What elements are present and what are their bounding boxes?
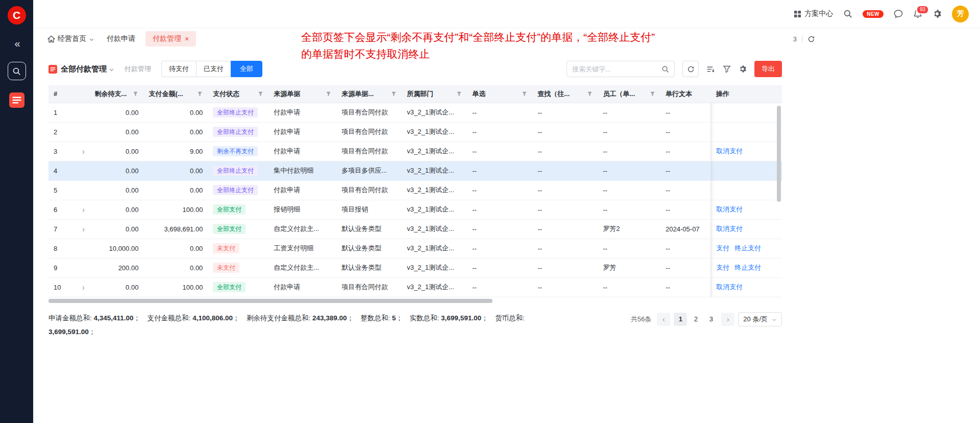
- nav-tab-付款管理[interactable]: 付款管理×: [145, 31, 196, 46]
- table-row[interactable]: 9200.000.00未支付自定义付款主...默认业务类型v3_2_1测试企..…: [48, 258, 782, 277]
- operation-link-终止支付[interactable]: 终止支付: [734, 244, 761, 252]
- filter-icon[interactable]: [522, 91, 527, 97]
- filter-icon[interactable]: [456, 91, 462, 97]
- search-box[interactable]: [567, 61, 675, 77]
- table-row[interactable]: 810,000.000.00未支付工资支付明细默认业务类型v3_2_1测试企..…: [48, 239, 782, 258]
- column-header-8[interactable]: 查找（往...: [532, 85, 598, 103]
- column-header-6[interactable]: 所属部门: [402, 85, 467, 103]
- scheme-center-button[interactable]: 方案中心: [794, 9, 833, 18]
- cell-source-type: 默认业务类型: [336, 239, 402, 258]
- operation-link-取消支付[interactable]: 取消支付: [716, 283, 743, 291]
- avatar[interactable]: 芳: [952, 6, 969, 22]
- refresh-button[interactable]: [682, 61, 699, 77]
- table-row[interactable]: 40.000.00全部终止支付集中付款明细多项目多供应...v3_2_1测试企.…: [48, 161, 782, 180]
- close-icon[interactable]: ×: [185, 35, 189, 42]
- table-row[interactable]: 3›0.009.00剩余不再支付付款申请项目有合同付款v3_2_1测试企...-…: [48, 142, 782, 161]
- column-header-9[interactable]: 员工（单...: [598, 85, 660, 103]
- cell-row-number: 2: [48, 122, 90, 142]
- export-button[interactable]: 导出: [754, 61, 782, 77]
- app-logo[interactable]: C: [8, 6, 26, 25]
- breadcrumb-home[interactable]: 经营首页: [47, 34, 94, 43]
- cell-row-number: 8: [48, 239, 90, 258]
- cell-department: v3_2_1测试企...: [402, 239, 467, 258]
- filter-icon[interactable]: [391, 91, 397, 97]
- cell-operations: [711, 122, 782, 142]
- operation-link-支付[interactable]: 支付: [716, 244, 729, 252]
- sort-columns-icon[interactable]: [706, 65, 715, 74]
- row-number: 6: [54, 206, 57, 214]
- operation-link-支付[interactable]: 支付: [716, 264, 729, 271]
- cell-operations: 支付终止支付: [711, 258, 782, 277]
- operation-link-终止支付[interactable]: 终止支付: [734, 264, 761, 271]
- filter-icon[interactable]: [650, 91, 655, 97]
- cell-radio: --: [467, 239, 532, 258]
- expand-row-icon[interactable]: ›: [82, 204, 84, 215]
- column-header-3[interactable]: 支付状态: [208, 85, 268, 103]
- expand-row-icon[interactable]: ›: [82, 224, 84, 234]
- column-header-11[interactable]: 操作: [711, 85, 782, 103]
- table-settings-gear-icon[interactable]: [739, 65, 747, 73]
- scheme-center-label: 方案中心: [804, 9, 833, 18]
- cell-department: v3_2_1测试企...: [402, 142, 467, 161]
- page-size-select[interactable]: 20 条/页: [738, 312, 782, 326]
- column-header-4[interactable]: 来源单据: [268, 85, 336, 103]
- column-label: 支付金额(...: [149, 89, 183, 99]
- table-row[interactable]: 10.000.00全部终止支付付款申请项目有合同付款v3_2_1测试企...--…: [48, 103, 782, 122]
- column-header-1[interactable]: 剩余待支...: [90, 85, 144, 103]
- filter-tab-全部[interactable]: 全部: [231, 61, 262, 77]
- table-row[interactable]: 50.000.00全部终止支付付款申请项目有合同付款v3_2_1测试企...--…: [48, 180, 782, 200]
- table-row[interactable]: 6›0.00100.00全部支付报销明细项目报销v3_2_1测试企...----…: [48, 200, 782, 219]
- vertical-scrollbar[interactable]: [777, 106, 781, 202]
- next-page-button[interactable]: ›: [721, 313, 734, 326]
- nav-tab-付款申请[interactable]: 付款申请: [100, 31, 142, 46]
- filter-icon[interactable]: [326, 91, 331, 97]
- summary-value: 3,699,591.00: [441, 314, 481, 322]
- app-logo-letter: C: [13, 9, 20, 21]
- expand-row-icon[interactable]: ›: [82, 282, 84, 292]
- table-row[interactable]: 20.000.00全部终止支付付款申请项目有合同付款v3_2_1测试企...--…: [48, 122, 782, 142]
- settings-gear-icon[interactable]: [933, 9, 942, 18]
- page-title[interactable]: 全部付款管理: [61, 64, 107, 74]
- table-row[interactable]: 7›0.003,698,691.00全部支付自定义付款主...默认业务类型v3_…: [48, 219, 782, 239]
- cell-radio: --: [467, 258, 532, 277]
- column-header-5[interactable]: 来源单据...: [336, 85, 402, 103]
- column-header-7[interactable]: 单选: [467, 85, 532, 103]
- filter-icon[interactable]: [587, 91, 593, 97]
- prev-page-button[interactable]: ‹: [657, 313, 670, 326]
- sidebar-search-icon[interactable]: [8, 62, 26, 80]
- column-label: #: [54, 90, 57, 98]
- chat-icon[interactable]: [894, 9, 903, 18]
- sidebar-module-icon[interactable]: [9, 92, 24, 108]
- filter-icon[interactable]: [133, 91, 138, 97]
- column-header-10[interactable]: 单行文本: [660, 85, 711, 103]
- cell-payment-status: 剩余不再支付: [208, 142, 268, 161]
- operation-link-取消支付[interactable]: 取消支付: [716, 147, 743, 155]
- notifications-button[interactable]: 93: [913, 9, 922, 18]
- nav-tab-label: 付款申请: [107, 34, 135, 43]
- cell-payment-amount: 0.00: [143, 122, 208, 142]
- filter-funnel-icon[interactable]: [723, 65, 731, 73]
- page-button-3[interactable]: 3: [704, 313, 718, 326]
- refresh-tabs-icon[interactable]: [807, 35, 815, 43]
- search-icon[interactable]: [843, 9, 852, 18]
- operation-link-取消支付[interactable]: 取消支付: [716, 205, 743, 213]
- chevron-down-icon[interactable]: [109, 67, 114, 73]
- collapse-sidebar-icon[interactable]: «: [14, 38, 18, 50]
- column-header-2[interactable]: 支付金额(...: [143, 85, 208, 103]
- page-button-2[interactable]: 2: [689, 313, 702, 326]
- filter-tab-已支付[interactable]: 已支付: [196, 61, 231, 77]
- operation-link-取消支付[interactable]: 取消支付: [716, 225, 743, 232]
- search-icon[interactable]: [662, 65, 669, 73]
- cell-radio: --: [467, 161, 532, 180]
- cell-row-number: 5: [48, 180, 90, 200]
- breadcrumb-bar: 经营首页 付款申请付款管理× 3: [33, 28, 980, 50]
- filter-icon[interactable]: [197, 91, 203, 97]
- page-button-1[interactable]: 1: [674, 313, 687, 326]
- expand-row-icon[interactable]: ›: [82, 146, 84, 156]
- horizontal-scrollbar[interactable]: [48, 299, 493, 303]
- column-header-0[interactable]: #: [48, 85, 90, 103]
- table-row[interactable]: 10›0.00100.00全部支付付款申请项目有合同付款v3_2_1测试企...…: [48, 277, 782, 297]
- filter-tab-待支付[interactable]: 待支付: [161, 61, 197, 77]
- search-input[interactable]: [572, 65, 657, 73]
- filter-icon[interactable]: [258, 91, 263, 97]
